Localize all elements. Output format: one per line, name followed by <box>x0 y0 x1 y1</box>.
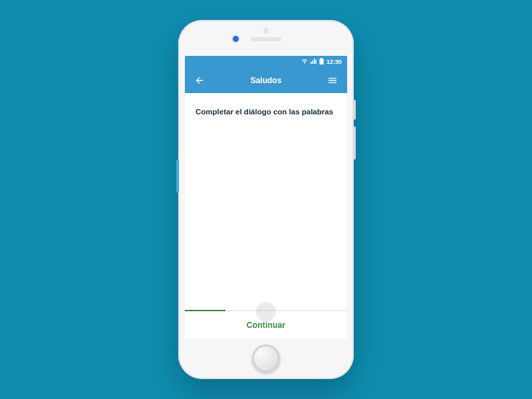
continue-button[interactable]: Continuar <box>247 321 285 330</box>
volume-button <box>176 160 179 193</box>
app-bar-title: Saludos <box>206 76 326 85</box>
footer: Continuar <box>185 311 347 339</box>
arrow-left-icon <box>194 75 205 86</box>
status-time: 12:30 <box>327 59 342 65</box>
phone-frame: 12:30 Saludos Completar el diálogo con l… <box>178 20 354 379</box>
screen: 12:30 Saludos Completar el diálogo con l… <box>185 56 347 339</box>
home-button[interactable] <box>252 344 280 372</box>
app-bar: Saludos <box>185 68 347 93</box>
content-area: Completar el diálogo con las palabras <box>185 93 347 310</box>
front-camera <box>233 36 239 42</box>
back-button[interactable] <box>193 74 206 87</box>
battery-icon <box>319 58 324 66</box>
menu-button[interactable] <box>326 74 339 87</box>
sensor-dot <box>263 28 269 33</box>
side-button-2 <box>353 126 356 160</box>
wifi-icon <box>301 59 308 65</box>
hamburger-icon <box>327 75 338 86</box>
speaker-grille <box>251 37 281 41</box>
status-bar: 12:30 <box>185 56 347 68</box>
instruction-text: Completar el diálogo con las palabras <box>196 108 336 116</box>
side-button-1 <box>353 100 356 120</box>
signal-icon <box>311 59 317 65</box>
